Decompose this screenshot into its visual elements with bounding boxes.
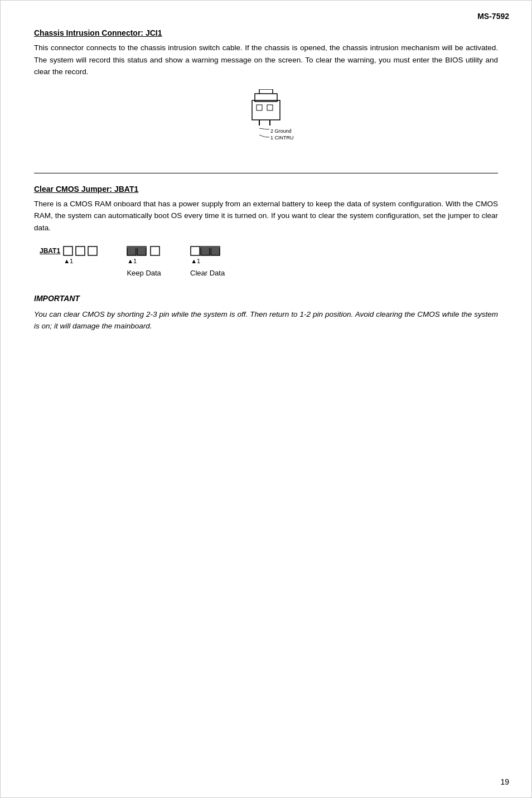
- keep-data-arrow: ▲1: [127, 258, 137, 264]
- svg-text:2 Ground: 2 Ground: [270, 128, 292, 134]
- jci1-diagram-container: 2 Ground 1 CINTRU: [34, 89, 498, 151]
- section2-title: Clear CMOS Jumper: JBAT1: [34, 185, 498, 194]
- svg-rect-21: [201, 246, 220, 248]
- chassis-intrusion-section: Chassis Intrusion Connector: JCI1 This c…: [34, 28, 498, 151]
- jbat1-arrow1: ▲1: [64, 258, 73, 264]
- svg-rect-16: [127, 246, 146, 248]
- jumper-diagrams-container: JBAT1 ▲1: [40, 245, 498, 277]
- jbat1-label: JBAT1: [40, 245, 60, 257]
- clear-cmos-section: Clear CMOS Jumper: JBAT1 There is a CMOS…: [34, 185, 498, 277]
- important-title: IMPORTANT: [34, 294, 498, 303]
- page-number: 19: [500, 777, 509, 786]
- jci1-svg: 2 Ground 1 CINTRU: [221, 89, 311, 151]
- svg-text:1 CINTRU: 1 CINTRU: [270, 135, 294, 141]
- svg-rect-18: [191, 246, 200, 255]
- svg-rect-12: [76, 246, 85, 255]
- jbat1-diagram: JBAT1 ▲1: [40, 245, 98, 264]
- svg-rect-2: [267, 105, 273, 110]
- section1-title: Chassis Intrusion Connector: JCI1: [34, 28, 498, 37]
- svg-rect-13: [88, 246, 97, 255]
- important-body: You can clear CMOS by shorting 2-3 pin w…: [34, 308, 498, 332]
- important-section: IMPORTANT You can clear CMOS by shorting…: [34, 294, 498, 332]
- clear-data-diagram: ▲1 Clear Data: [190, 245, 225, 277]
- keep-data-label: Keep Data: [127, 269, 161, 277]
- svg-rect-17: [151, 246, 159, 255]
- section2-body: There is a CMOS RAM onboard that has a p…: [34, 198, 498, 234]
- svg-rect-1: [257, 105, 262, 110]
- clear-data-svg: [190, 245, 225, 258]
- jbat1-3pin-svg: [62, 245, 98, 258]
- clear-data-arrow: ▲1: [191, 258, 200, 264]
- section-divider: [34, 173, 498, 173]
- section1-body: This connector connects to the chassis i…: [34, 42, 498, 78]
- clear-data-label: Clear Data: [190, 269, 225, 277]
- keep-data-svg: [126, 245, 162, 258]
- model-number: MS-7592: [477, 12, 509, 21]
- page: MS-7592 Chassis Intrusion Connector: JCI…: [0, 0, 532, 798]
- keep-data-diagram: ▲1 Keep Data: [126, 245, 162, 277]
- svg-rect-11: [64, 246, 72, 255]
